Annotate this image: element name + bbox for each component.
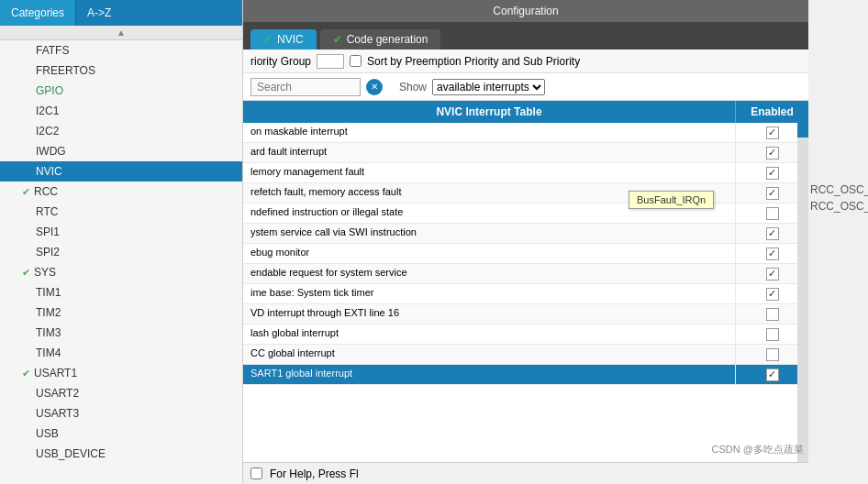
table-row[interactable]: lemory management fault xyxy=(243,163,808,183)
enabled-checkbox[interactable] xyxy=(766,308,779,321)
th-enabled: Enabled xyxy=(735,101,808,123)
nvic-table: NVIC Interrupt Table Enabled on maskable… xyxy=(243,101,808,462)
enabled-checkbox[interactable] xyxy=(766,187,779,200)
help-label: For Help, Press Fl xyxy=(270,468,359,480)
sidebar-item-sys[interactable]: ✔SYS xyxy=(0,262,242,282)
enabled-checkbox[interactable] xyxy=(766,348,779,361)
table-row[interactable]: ndefined instruction or illegal state xyxy=(243,204,808,224)
tab-categories[interactable]: Categories xyxy=(0,0,76,26)
search-input[interactable] xyxy=(250,78,361,96)
sidebar-item-label: IWDG xyxy=(36,145,66,158)
table-row[interactable]: ime base: System tick timer xyxy=(243,284,808,304)
enabled-checkbox[interactable] xyxy=(766,328,779,341)
interrupt-name: refetch fault, memory access fault xyxy=(243,183,735,203)
sidebar-item-label: TIM2 xyxy=(36,306,61,319)
sidebar-item-gpio[interactable]: GPIO xyxy=(0,81,242,101)
tab-code-gen-label: Code generation xyxy=(347,33,428,46)
sidebar-item-spi1[interactable]: SPI1 xyxy=(0,222,242,242)
enabled-checkbox[interactable] xyxy=(766,167,779,180)
enabled-checkbox[interactable] xyxy=(766,288,779,301)
interrupt-name: ndefined instruction or illegal state xyxy=(243,204,735,223)
sidebar-item-tim4[interactable]: TIM4 xyxy=(0,343,242,363)
enabled-checkbox[interactable] xyxy=(766,207,779,220)
interrupt-name: lemory management fault xyxy=(243,163,735,182)
sidebar-item-label: TIM3 xyxy=(36,326,61,339)
sidebar-item-usart1[interactable]: ✔USART1 xyxy=(0,363,242,383)
table-row[interactable]: SART1 global interrupt xyxy=(243,365,808,385)
scroll-indicator: ▲ xyxy=(0,26,242,40)
check-icon: ✔ xyxy=(22,186,30,198)
table-row[interactable]: endable request for system service xyxy=(243,264,808,284)
sidebar-item-usart3[interactable]: USART3 xyxy=(0,403,242,424)
interrupt-name: ime base: System tick timer xyxy=(243,284,735,303)
tab-nvic[interactable]: ✔ NVIC xyxy=(250,29,317,50)
sidebar-item-label: TIM4 xyxy=(36,346,61,359)
sidebar-item-label: I2C2 xyxy=(36,125,59,138)
sidebar-item-i2c2[interactable]: I2C2 xyxy=(0,121,242,141)
interrupt-name: ystem service call via SWI instruction xyxy=(243,224,735,243)
sidebar-item-spi2[interactable]: SPI2 xyxy=(0,242,242,262)
tab-code-gen[interactable]: ✔ Code generation xyxy=(320,29,441,50)
sidebar-item-label: FATFS xyxy=(36,44,69,57)
sidebar-item-tim1[interactable]: TIM1 xyxy=(0,282,242,302)
table-row[interactable]: lash global interrupt xyxy=(243,324,808,345)
sidebar-item-i2c1[interactable]: I2C1 xyxy=(0,101,242,121)
check-icon: ✔ xyxy=(22,267,30,279)
nvic-check-icon: ✔ xyxy=(263,33,273,46)
sidebar-item-label: RTC xyxy=(36,205,58,218)
table-row[interactable]: ystem service call via SWI instruction xyxy=(243,224,808,244)
scrollbar-track[interactable] xyxy=(797,101,808,462)
enabled-checkbox[interactable] xyxy=(766,126,779,139)
sidebar-item-label: I2C1 xyxy=(36,104,59,117)
sidebar-item-fatfs[interactable]: FATFS xyxy=(0,40,242,60)
sort-priority-checkbox[interactable] xyxy=(350,55,362,67)
table-row[interactable]: CC global interrupt xyxy=(243,345,808,365)
sidebar-item-iwdg[interactable]: IWDG xyxy=(0,141,242,161)
sidebar-item-tim2[interactable]: TIM2 xyxy=(0,302,242,323)
enabled-checkbox[interactable] xyxy=(766,368,779,381)
show-select[interactable]: available interruptsall interruptsselect… xyxy=(432,79,545,95)
table-row[interactable]: ebug monitor xyxy=(243,244,808,264)
sort-priority-label: Sort by Preemption Priority and Sub Prio… xyxy=(367,55,580,68)
main-content: Configuration ✔ NVIC ✔ Code generation r… xyxy=(243,0,808,484)
sidebar-item-label: USART2 xyxy=(36,387,79,400)
search-bar: ✕ Show available interruptsall interrupt… xyxy=(243,73,808,101)
sidebar-item-usart2[interactable]: USART2 xyxy=(0,383,242,403)
search-clear-button[interactable]: ✕ xyxy=(366,79,383,95)
table-row[interactable]: refetch fault, memory access fault xyxy=(243,183,808,204)
interrupt-name: on maskable interrupt xyxy=(243,123,735,142)
interrupt-name: endable request for system service xyxy=(243,264,735,283)
sidebar-tab-bar: Categories A->Z xyxy=(0,0,242,26)
sidebar-item-rcc[interactable]: ✔RCC xyxy=(0,182,242,202)
enabled-checkbox[interactable] xyxy=(766,248,779,260)
sidebar-item-freertos[interactable]: FREERTOS xyxy=(0,60,242,81)
right-labels: RCC_OSC_I RCC_OSC_OU xyxy=(808,0,868,484)
check-icon: ✔ xyxy=(22,368,30,380)
sidebar-item-tim3[interactable]: TIM3 xyxy=(0,323,242,343)
bottom-bar: For Help, Press Fl xyxy=(243,462,808,484)
help-checkbox[interactable] xyxy=(250,468,262,479)
sidebar-item-label: USB xyxy=(36,427,59,440)
priority-bar: riority Group Sort by Preemption Priorit… xyxy=(243,50,808,73)
show-label: Show xyxy=(399,81,427,94)
table-row[interactable]: ard fault interrupt xyxy=(243,143,808,163)
sidebar-item-usb[interactable]: USB xyxy=(0,424,242,444)
tab-az[interactable]: A->Z xyxy=(76,0,122,26)
table-row[interactable]: VD interrupt through EXTI line 16 xyxy=(243,304,808,324)
config-header: Configuration xyxy=(243,0,808,22)
enabled-checkbox[interactable] xyxy=(766,268,779,280)
enabled-checkbox[interactable] xyxy=(766,147,779,160)
sidebar-item-nvic[interactable]: NVIC xyxy=(0,161,242,182)
interrupt-name: CC global interrupt xyxy=(243,345,735,364)
sidebar-item-label: SYS xyxy=(34,266,56,279)
enabled-checkbox[interactable] xyxy=(766,227,779,240)
code-gen-check-icon: ✔ xyxy=(333,33,342,46)
priority-group-input[interactable] xyxy=(317,54,344,69)
sidebar-item-rtc[interactable]: RTC xyxy=(0,202,242,222)
config-tab-bar: ✔ NVIC ✔ Code generation xyxy=(243,22,808,50)
tab-nvic-label: NVIC xyxy=(277,33,304,46)
interrupt-name: SART1 global interrupt xyxy=(243,365,735,384)
table-row[interactable]: on maskable interrupt xyxy=(243,123,808,143)
sidebar-item-label: USB_DEVICE xyxy=(36,447,106,460)
sidebar-item-usb_device[interactable]: USB_DEVICE xyxy=(0,444,242,464)
